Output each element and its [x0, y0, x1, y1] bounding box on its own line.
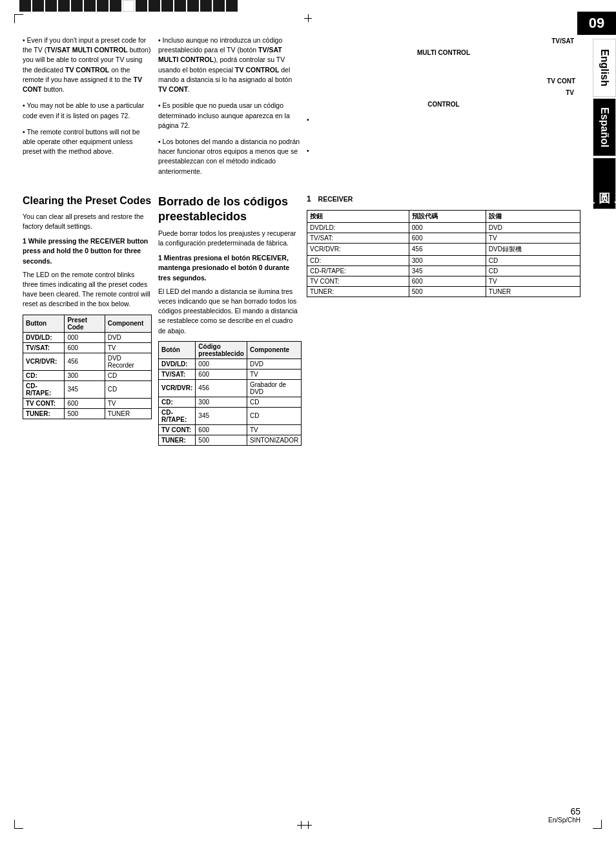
btn-cdrtape: CD-R/TAPE:	[23, 380, 65, 398]
sp-code-tuner: 500	[196, 435, 247, 445]
clearing-body-en: The LED on the remote control blinks thr…	[23, 270, 152, 309]
bullet-en-1: Even if you don't input a preset code fo…	[23, 36, 152, 94]
page-container: 09 English Español 丑圆血 Even if you don't…	[0, 0, 616, 843]
ch-code-cdrtape: 345	[409, 265, 486, 276]
page-footer: 65 En/Sp/ChH	[548, 806, 580, 824]
ch-code-dvdld: 000	[409, 222, 486, 233]
tvcont-label: TV CONT	[307, 76, 580, 87]
btn-tuner: TUNER:	[23, 408, 65, 419]
sp-code-tvsat: 600	[196, 369, 247, 379]
col3-label-group: TV/SAT MULTI CONTROL TV CONT TV CONTROL	[307, 36, 580, 157]
sp-btn-tvcont: TV CONT:	[159, 424, 196, 435]
ch-comp-tvcont: TV	[486, 276, 580, 286]
comp-tuner: TUNER	[105, 408, 151, 419]
ch-comp-dvdld: DVD	[486, 222, 580, 233]
sp-btn-dvdld: DVD/LD:	[159, 359, 196, 369]
page-number: 09	[589, 15, 604, 32]
ch-comp-tvsat: TV	[486, 233, 580, 243]
color-block-white	[123, 0, 134, 12]
corner-mark-tl	[14, 14, 23, 23]
sp-code-dvdld: 000	[196, 359, 247, 369]
table-row: VCR/DVR: 456 DVD録製機	[307, 243, 580, 255]
sp-comp-cd: CD	[247, 397, 301, 407]
ch-code-tuner: 500	[409, 286, 486, 297]
en-preset-table: Button Preset Code Component DVD/LD: 000…	[23, 315, 152, 419]
color-block	[58, 0, 70, 12]
sp-btn-tuner: TUNER:	[159, 435, 196, 445]
ch-code-tvsat: 600	[409, 233, 486, 243]
color-block	[45, 0, 57, 12]
ch-comp-cd: CD	[486, 255, 580, 265]
tvsat-label: TV/SAT	[307, 36, 580, 47]
borrado-body-sp: El LED del mando a distancia se ilumina …	[158, 287, 300, 336]
bullet-sp-2: Es posible que no pueda usar un código d…	[158, 101, 300, 130]
sp-comp-dvdld: DVD	[247, 359, 301, 369]
bullet-sp-1: Incluso aunque no introduzca un código p…	[158, 36, 300, 94]
ch-comp-tuner: TUNER	[486, 286, 580, 297]
sp-table-header-component: Componente	[247, 341, 301, 359]
comp-dvdld: DVD	[105, 332, 151, 342]
sp-comp-cdrtape: CD	[247, 407, 301, 424]
table-row: TV/SAT: 600 TV	[307, 233, 580, 243]
color-block	[84, 0, 96, 12]
color-block	[97, 0, 108, 12]
crosshair-bottom-left	[297, 821, 305, 829]
bottom-col2-spanish: Borrado de los códigos preestablecidos P…	[158, 194, 300, 446]
crosshair-bottom-center	[304, 821, 312, 829]
sp-btn-tvsat: TV/SAT:	[159, 369, 196, 379]
ch-comp-cdrtape: CD	[486, 265, 580, 276]
table-row: TV CONT: 600 TV	[307, 276, 580, 286]
en-table-header-code: Preset Code	[65, 315, 105, 332]
btn-dvdld: DVD/LD:	[23, 332, 65, 342]
receiver-step: 1 RECEIVER	[307, 194, 580, 203]
top-color-bar	[19, 0, 616, 12]
color-block	[149, 0, 160, 12]
bottom-columns: Clearing the Preset Codes You can clear …	[23, 194, 580, 446]
color-block	[19, 0, 31, 12]
table-row: TV CONT: 600 TV	[23, 398, 152, 408]
top-columns: Even if you don't input a preset code fo…	[23, 36, 580, 183]
btn-cd: CD:	[23, 370, 65, 380]
ch-btn-tvsat: TV/SAT:	[307, 233, 409, 243]
table-row: CD-R/TAPE: 345 CD	[307, 265, 580, 276]
footer-lang-code: En/Sp/ChH	[548, 817, 580, 824]
sp-code-cd: 300	[196, 397, 247, 407]
table-row: TUNER: 500 SINTONIZADOR	[159, 435, 302, 445]
table-row: CD: 300 CD	[23, 370, 152, 380]
bottom-col1-english: Clearing the Preset Codes You can clear …	[23, 194, 152, 446]
color-block	[226, 0, 238, 12]
corner-mark-bl	[14, 820, 23, 829]
code-dvdld: 000	[65, 332, 105, 342]
ch-code-tvcont: 600	[409, 276, 486, 286]
ch-code-cd: 300	[409, 255, 486, 265]
clearing-sub-en: You can clear all presets and restore th…	[23, 212, 152, 231]
bullet-sp-3: Los botones del mando a distancia no pod…	[158, 137, 300, 176]
table-row: CD: 300 CD	[159, 397, 302, 407]
corner-mark-br	[593, 820, 602, 829]
ch-table-header-button: 按鈕	[307, 210, 409, 222]
sp-comp-tvsat: TV	[247, 369, 301, 379]
en-table-header-button: Button	[23, 315, 65, 332]
bullet1: •	[307, 114, 580, 126]
color-block	[174, 0, 186, 12]
ch-btn-dvdld: DVD/LD:	[307, 222, 409, 233]
table-row: TV CONT: 600 TV	[159, 424, 302, 435]
code-cd: 300	[65, 370, 105, 380]
sp-btn-cdrtape: CD-R/TAPE:	[159, 407, 196, 424]
color-block	[200, 0, 212, 12]
ch-btn-cd: CD:	[307, 255, 409, 265]
code-vcrdvr: 456	[65, 353, 105, 370]
sp-code-tvcont: 600	[196, 424, 247, 435]
ch-btn-vcrdvr: VCR/DVR:	[307, 243, 409, 255]
spacer	[307, 64, 580, 76]
ch-preset-table: 按鈕 預設代碼 設備 DVD/LD: 000 DVD TV/SAT:	[307, 210, 580, 297]
color-block	[213, 0, 225, 12]
ch-table-header-code: 預設代碼	[409, 210, 486, 222]
borrado-heading-sp: Borrado de los códigos preestablecidos	[158, 194, 300, 225]
en-table-header-component: Component	[105, 315, 151, 332]
table-row: CD-R/TAPE: 345 CD	[159, 407, 302, 424]
comp-cd: CD	[105, 370, 151, 380]
sp-comp-vcrdvr: Grabador de DVD	[247, 379, 301, 397]
clearing-heading-en: Clearing the Preset Codes	[23, 194, 152, 208]
btn-tvcont: TV CONT:	[23, 398, 65, 408]
